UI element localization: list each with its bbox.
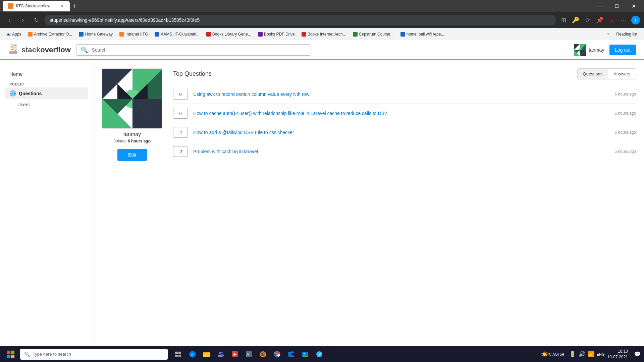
- svg-rect-28: [7, 355, 10, 358]
- new-tab-button[interactable]: +: [70, 2, 79, 10]
- photos-icon[interactable]: [299, 348, 312, 361]
- refresh-button[interactable]: ↻: [31, 15, 42, 25]
- bookmark-books-library[interactable]: Books Library Gene...: [204, 31, 254, 38]
- taskbar-search-text: Type here to search: [33, 352, 71, 357]
- taskbar-icons: A ?: [172, 348, 326, 361]
- active-tab[interactable]: IITG-Stackoverflow ✕: [3, 1, 70, 11]
- search-wrapper: 🔍: [76, 44, 311, 56]
- sidebar-item-users[interactable]: Users: [5, 99, 88, 110]
- taskbar-right: ☀️ 30°C AQI 54 ∧ 🔋 🔊 📶 ENG 18:10 13-07-2…: [540, 349, 641, 360]
- teams-icon[interactable]: [214, 348, 227, 361]
- sidebar-users-label: Users: [9, 102, 30, 107]
- back-button[interactable]: ‹: [4, 15, 15, 25]
- window-controls: ─ □ ✕: [592, 1, 641, 11]
- svg-rect-27: [11, 351, 14, 354]
- svg-point-39: [221, 352, 223, 353]
- svg-point-51: [276, 353, 278, 355]
- start-button[interactable]: [3, 348, 19, 361]
- svg-line-5: [11, 50, 16, 50]
- clock-date: 13-07-2021: [607, 354, 628, 360]
- maximize-button[interactable]: □: [609, 1, 625, 11]
- question-item: -1 How to add a @tailwind CSS rule to cs…: [173, 123, 636, 142]
- sidebar-item-questions[interactable]: 🌐 Questions: [5, 87, 88, 99]
- tab-favicon: [8, 3, 13, 9]
- so-logo[interactable]: stackoverflow: [8, 43, 71, 57]
- profile-icon[interactable]: T: [631, 16, 640, 24]
- clock[interactable]: 18:10 13-07-2021: [607, 349, 631, 360]
- bookmark-books-pdf[interactable]: Books PDF Drive: [255, 31, 298, 38]
- so-logo-icon: [8, 43, 19, 57]
- pin-icon[interactable]: 📌: [595, 15, 604, 25]
- bookmark-archive[interactable]: Archive Extractor O...: [25, 31, 75, 38]
- bookmark-star-icon[interactable]: ☆: [583, 15, 592, 25]
- taskbar-search[interactable]: 🔍 Type here to search: [20, 349, 168, 360]
- profile-joined: Joined: 6 hours ago: [102, 139, 162, 143]
- address-bar[interactable]: [44, 15, 556, 25]
- question-link[interactable]: How to add a @tailwind CSS rule to css c…: [193, 130, 609, 135]
- bookmark-iball[interactable]: home iball wifi repe...: [398, 31, 447, 38]
- svg-rect-41: [221, 354, 224, 357]
- wifi-icon[interactable]: 📶: [587, 350, 595, 358]
- question-link[interactable]: How to cache auth()->user() with relatio…: [193, 111, 609, 116]
- question-item: 0 Using awk to record certain column val…: [173, 85, 636, 104]
- speaker-icon[interactable]: 🔊: [578, 350, 586, 358]
- question-score: 0: [173, 108, 188, 119]
- profile-avatar-svg: [102, 69, 162, 129]
- question-link[interactable]: Using awk to record certain column value…: [193, 92, 609, 97]
- edit-button[interactable]: Edit: [117, 149, 147, 161]
- taskbar: 🔍 Type here to search A: [0, 346, 644, 362]
- task-view-button[interactable]: [172, 348, 185, 361]
- up-arrow-icon[interactable]: ∧: [559, 350, 567, 358]
- questions-area: Top Questions Questions Answers 0 Using …: [173, 68, 636, 161]
- svg-rect-26: [7, 351, 10, 354]
- extensions-icon[interactable]: ⊞: [559, 15, 568, 25]
- search-input[interactable]: [92, 45, 311, 55]
- bookmark-intranet[interactable]: Intranet IITG: [117, 31, 151, 38]
- sidebar-public-label: PUBLIC: [5, 79, 88, 87]
- chrome-icon[interactable]: [270, 348, 284, 361]
- acrobat-icon[interactable]: ▲: [607, 15, 616, 25]
- svg-rect-32: [175, 355, 178, 357]
- minimize-button[interactable]: ─: [592, 1, 608, 11]
- bookmark-home-gateway[interactable]: Home Gateway: [76, 31, 115, 38]
- edge-icon[interactable]: [186, 348, 199, 361]
- bookmark-books-internet[interactable]: Books Internet Arch...: [299, 31, 349, 38]
- vscode-icon[interactable]: [284, 348, 298, 361]
- forward-button[interactable]: ›: [17, 15, 28, 25]
- system-tray: ☀️ 30°C AQI 54 ∧ 🔋 🔊 📶 ENG: [540, 350, 605, 358]
- question-item: 0 How to cache auth()->user() with relat…: [173, 104, 636, 123]
- question-time: 6 hours ago: [615, 130, 636, 135]
- bookmark-apps[interactable]: ⊞ Apps: [4, 30, 24, 38]
- tab-questions-button[interactable]: Questions: [578, 69, 608, 79]
- svg-rect-30: [175, 352, 178, 354]
- question-item: -3 Problem with caching in laravel 5 hou…: [173, 142, 636, 161]
- profile-card: tanmay Joined: 6 hours ago Edit: [102, 68, 162, 161]
- reading-list-button[interactable]: Reading list: [613, 31, 640, 38]
- logout-button[interactable]: Log out: [609, 45, 636, 55]
- close-button[interactable]: ✕: [626, 1, 641, 11]
- header-right: tanmay Log out: [574, 44, 636, 56]
- bookmark-cepstrum[interactable]: Cepstrum Course...: [350, 31, 396, 38]
- clock-time: 18:10: [607, 349, 628, 354]
- notification-icon[interactable]: 💬: [633, 350, 641, 358]
- more-bookmarks[interactable]: »: [605, 31, 612, 38]
- tab-answers-button[interactable]: Answers: [608, 69, 636, 79]
- bookmark-aams[interactable]: AAMS IIT-Guwahati...: [152, 31, 202, 38]
- app5-icon[interactable]: [228, 348, 241, 361]
- svg-rect-33: [178, 355, 181, 357]
- help-icon[interactable]: ?: [313, 348, 326, 361]
- key-icon[interactable]: 🔑: [571, 15, 580, 25]
- firefox-icon[interactable]: [256, 348, 270, 361]
- question-link[interactable]: Problem with caching in laravel: [193, 149, 609, 154]
- questions-header: Top Questions Questions Answers: [173, 68, 636, 79]
- sidebar-item-home[interactable]: Home: [5, 68, 88, 79]
- file-explorer-icon[interactable]: [200, 348, 213, 361]
- so-header: stackoverflow 🔍: [0, 40, 644, 60]
- so-logo-text: stackoverflow: [21, 46, 71, 54]
- taskbar-search-icon: 🔍: [24, 352, 30, 357]
- svg-rect-0: [9, 52, 17, 54]
- settings-icon[interactable]: ⋯: [619, 15, 629, 25]
- app6-icon[interactable]: A: [242, 348, 256, 361]
- tab-buttons: Questions Answers: [577, 68, 636, 79]
- tab-close-button[interactable]: ✕: [60, 3, 64, 9]
